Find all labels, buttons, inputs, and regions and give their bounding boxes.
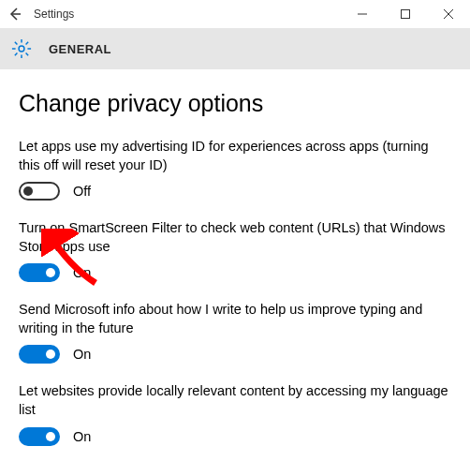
setting-send-typing-info: Send Microsoft info about how I write to…: [19, 301, 451, 364]
setting-description: Let apps use my advertising ID for exper…: [19, 138, 451, 174]
category-label: GENERAL: [49, 42, 111, 56]
app-title: Settings: [34, 7, 74, 21]
advertising-id-toggle[interactable]: [19, 182, 60, 201]
svg-point-5: [19, 46, 24, 52]
smartscreen-toggle[interactable]: [19, 263, 60, 282]
close-icon: [444, 9, 453, 19]
titlebar: Settings: [0, 0, 470, 28]
toggle-row: On: [19, 263, 451, 282]
toggle-state-label: Off: [73, 184, 91, 199]
toggle-row: On: [19, 427, 451, 446]
toggle-state-label: On: [73, 347, 91, 362]
maximize-button[interactable]: [384, 0, 427, 28]
maximize-icon: [401, 9, 410, 19]
toggle-row: Off: [19, 182, 451, 201]
window-controls: [341, 0, 470, 28]
svg-line-13: [26, 42, 29, 45]
svg-line-10: [15, 42, 18, 45]
setting-description: Let websites provide locally relevant co…: [19, 382, 451, 419]
svg-line-12: [15, 53, 18, 56]
content-pane: Change privacy options Let apps use my a…: [0, 69, 470, 446]
setting-advertising-id: Let apps use my advertising ID for exper…: [19, 138, 451, 201]
toggle-state-label: On: [73, 429, 91, 444]
page-title: Change privacy options: [19, 90, 451, 117]
minimize-icon: [358, 9, 367, 19]
setting-description: Turn on SmartScreen Filter to check web …: [19, 219, 451, 256]
svg-rect-2: [402, 10, 410, 19]
arrow-left-icon: [7, 7, 22, 22]
toggle-row: On: [19, 345, 451, 364]
typing-info-toggle[interactable]: [19, 345, 60, 364]
toggle-state-label: On: [73, 265, 91, 280]
language-list-toggle[interactable]: [19, 427, 60, 446]
close-button[interactable]: [427, 0, 470, 28]
minimize-button[interactable]: [341, 0, 384, 28]
gear-icon: [11, 38, 32, 59]
setting-smartscreen-filter: Turn on SmartScreen Filter to check web …: [19, 219, 451, 282]
back-button[interactable]: [0, 0, 30, 28]
svg-line-11: [26, 53, 29, 56]
setting-language-list: Let websites provide locally relevant co…: [19, 382, 451, 445]
category-header: GENERAL: [0, 28, 470, 69]
setting-description: Send Microsoft info about how I write to…: [19, 301, 451, 337]
